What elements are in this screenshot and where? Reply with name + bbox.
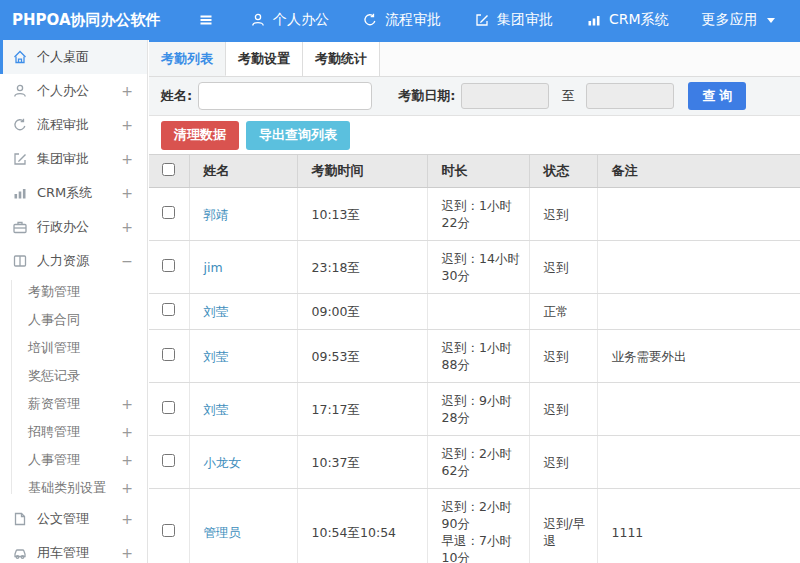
- export-list-button[interactable]: 导出查询列表: [246, 121, 350, 150]
- nav-item-process-approval[interactable]: 流程审批: [362, 11, 441, 29]
- sidebar-sublabel: 考勤管理: [28, 283, 80, 301]
- row-checkbox[interactable]: [162, 303, 175, 316]
- nav-item-group-approval[interactable]: 集团审批: [474, 11, 553, 29]
- sidebar-subitem-attendance-management[interactable]: 考勤管理: [0, 278, 147, 306]
- expand-plus-icon[interactable]: +: [121, 424, 147, 440]
- sidebar-item-document-management[interactable]: 公文管理 +: [0, 502, 147, 536]
- row-checkbox[interactable]: [162, 348, 175, 361]
- filter-bar: 姓名: 考勤日期: 至 查 询: [149, 77, 800, 116]
- sidebar-sublabel: 人事管理: [28, 451, 80, 469]
- note-cell: [597, 294, 800, 330]
- select-all-checkbox[interactable]: [162, 163, 175, 176]
- sidebar-label: 个人办公: [37, 82, 89, 100]
- nav-item-crm-system[interactable]: CRM系统: [586, 11, 669, 29]
- sidebar-sublabel: 招聘管理: [28, 423, 80, 441]
- expand-plus-icon[interactable]: +: [121, 219, 133, 235]
- employee-name-link[interactable]: 刘莹: [204, 349, 229, 364]
- top-header: PHPOA协同办公软件 个人办公 流程审批 集团审批 CRM系统 更多应用: [0, 0, 800, 40]
- tab-bar: 考勤列表 考勤设置 考勤统计: [149, 40, 800, 77]
- user-icon: [250, 12, 266, 28]
- tab-attendance-list[interactable]: 考勤列表: [149, 42, 226, 76]
- employee-name-link[interactable]: 郭靖: [204, 207, 229, 222]
- expand-plus-icon[interactable]: +: [121, 545, 133, 561]
- status-cell: 迟到: [529, 330, 597, 383]
- expand-plus-icon[interactable]: +: [121, 151, 133, 167]
- sidebar-label: 用车管理: [37, 544, 89, 562]
- expand-plus-icon[interactable]: +: [121, 452, 147, 468]
- table-header-row: 姓名 考勤时间 时长 状态 备注: [149, 155, 800, 188]
- table-row: 小龙女 10:37至 迟到：2小时62分 迟到: [149, 436, 800, 489]
- row-checkbox[interactable]: [162, 206, 175, 219]
- row-checkbox[interactable]: [162, 454, 175, 467]
- sidebar-item-human-resources[interactable]: 人力资源 −: [0, 244, 147, 278]
- sidebar-item-personal-office[interactable]: 个人办公 +: [0, 74, 147, 108]
- employee-name-link[interactable]: jim: [204, 260, 223, 275]
- tab-attendance-statistics[interactable]: 考勤统计: [303, 42, 380, 76]
- nav-label: CRM系统: [609, 11, 669, 29]
- hamburger-menu-button[interactable]: [198, 12, 214, 28]
- table-row: 刘莹 17:17至 迟到：9小时28分 迟到: [149, 383, 800, 436]
- attendance-time-cell: 17:17至: [297, 383, 427, 436]
- sidebar-subitem-personnel-management[interactable]: 人事管理 +: [0, 446, 147, 474]
- status-cell: 迟到/早退: [529, 489, 597, 563]
- expand-plus-icon[interactable]: +: [121, 83, 133, 99]
- sidebar-subitem-salary-management[interactable]: 薪资管理 +: [0, 390, 147, 418]
- sidebar-subitem-recruitment-management[interactable]: 招聘管理 +: [0, 418, 147, 446]
- expand-plus-icon[interactable]: +: [121, 185, 133, 201]
- employee-name-link[interactable]: 刘莹: [204, 402, 229, 417]
- employee-name-link[interactable]: 管理员: [204, 525, 242, 540]
- tab-attendance-settings[interactable]: 考勤设置: [226, 42, 303, 76]
- nav-label: 流程审批: [385, 11, 441, 29]
- employee-name-link[interactable]: 刘莹: [204, 304, 229, 319]
- expand-plus-icon[interactable]: +: [121, 480, 147, 496]
- action-bar: 清理数据 导出查询列表: [149, 116, 800, 154]
- row-checkbox[interactable]: [162, 524, 175, 537]
- expand-plus-icon[interactable]: +: [121, 396, 147, 412]
- attendance-time-cell: 10:54至10:54: [297, 489, 427, 563]
- nav-label: 个人办公: [273, 11, 329, 29]
- nav-item-personal-office[interactable]: 个人办公: [250, 11, 329, 29]
- sidebar-subitem-hr-contracts[interactable]: 人事合同: [0, 306, 147, 334]
- date-to-label: 至: [561, 87, 574, 105]
- sidebar-subitem-base-category-settings[interactable]: 基础类别设置 +: [0, 474, 147, 502]
- sidebar-item-process-approval[interactable]: 流程审批 +: [0, 108, 147, 142]
- date-from-input[interactable]: [461, 83, 549, 109]
- sidebar-subitem-reward-punishment[interactable]: 奖惩记录: [0, 362, 147, 390]
- column-header-duration: 时长: [427, 155, 529, 188]
- duration-cell: 迟到：2小时90分早退：7小时10分: [427, 489, 529, 563]
- note-cell: 业务需要外出: [597, 330, 800, 383]
- name-filter-input[interactable]: [198, 82, 372, 110]
- attendance-time-cell: 09:53至: [297, 330, 427, 383]
- sidebar-item-admin-office[interactable]: 行政办公 +: [0, 210, 147, 244]
- date-to-input[interactable]: [586, 83, 674, 109]
- home-icon: [12, 49, 28, 65]
- top-nav: 个人办公 流程审批 集团审批 CRM系统 更多应用: [250, 11, 775, 29]
- column-header-status: 状态: [529, 155, 597, 188]
- row-checkbox[interactable]: [162, 401, 175, 414]
- duration-cell: 迟到：1小时88分: [427, 330, 529, 383]
- column-header-name: 姓名: [189, 155, 297, 188]
- sidebar-item-vehicle-management[interactable]: 用车管理 +: [0, 536, 147, 563]
- sidebar-item-personal-desktop[interactable]: 个人桌面: [0, 40, 147, 74]
- table-row: 刘莹 09:00至 正常: [149, 294, 800, 330]
- process-icon: [362, 12, 378, 28]
- sidebar-sublabel: 培训管理: [28, 339, 80, 357]
- sidebar-item-group-approval[interactable]: 集团审批 +: [0, 142, 147, 176]
- sidebar-subitem-training-management[interactable]: 培训管理: [0, 334, 147, 362]
- collapse-minus-icon[interactable]: −: [121, 253, 133, 269]
- sidebar-label: 集团审批: [37, 150, 89, 168]
- hamburger-icon: [198, 12, 214, 28]
- employee-name-link[interactable]: 小龙女: [204, 455, 242, 470]
- sidebar-item-crm-system[interactable]: CRM系统 +: [0, 176, 147, 210]
- search-button[interactable]: 查 询: [688, 82, 746, 110]
- date-filter-label: 考勤日期:: [398, 87, 455, 105]
- expand-plus-icon[interactable]: +: [121, 117, 133, 133]
- chart-icon: [12, 185, 28, 201]
- column-header-attendance-time: 考勤时间: [297, 155, 427, 188]
- sidebar-label: 流程审批: [37, 116, 89, 134]
- clear-data-button[interactable]: 清理数据: [161, 121, 239, 150]
- attendance-table: 姓名 考勤时间 时长 状态 备注 郭靖 10:13至 迟到：1小时22分 迟到 …: [149, 154, 800, 563]
- nav-item-more-apps[interactable]: 更多应用: [702, 11, 775, 29]
- expand-plus-icon[interactable]: +: [121, 511, 133, 527]
- row-checkbox[interactable]: [162, 259, 175, 272]
